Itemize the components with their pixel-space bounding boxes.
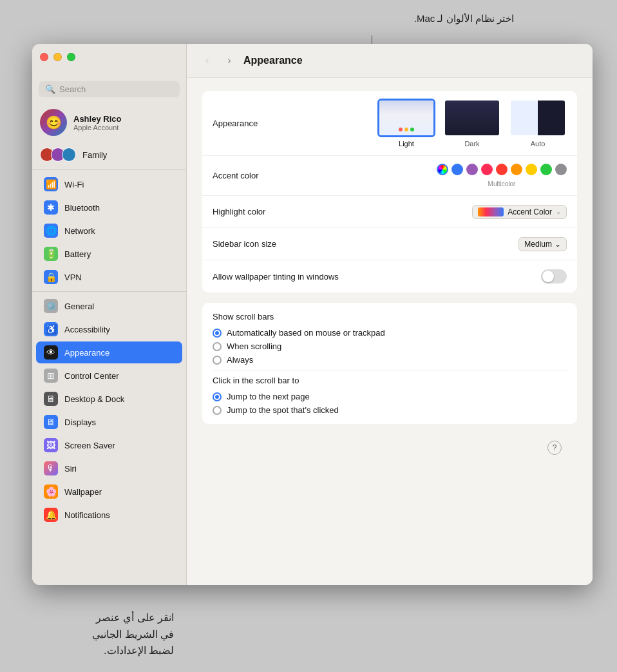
scroll-always-label: Always xyxy=(227,355,253,365)
appearance-auto-thumb xyxy=(509,99,567,137)
sidebar-item-label: Displays xyxy=(64,418,96,427)
click-spot-row[interactable]: Jump to the spot that's clicked xyxy=(213,405,567,415)
search-placeholder: Search xyxy=(59,84,86,94)
sidebar-item-label: VPN xyxy=(64,273,82,282)
user-profile[interactable]: 😊 Ashley Rico Apple Account xyxy=(32,104,186,141)
appearance-section: Appearance xyxy=(202,91,577,293)
sidebar-item-battery[interactable]: 🔋 Battery xyxy=(36,243,182,265)
radio-dot xyxy=(215,331,219,335)
sidebar-item-control-center[interactable]: ⊞ Control Center xyxy=(36,365,182,387)
sidebar-item-label: Accessibility xyxy=(64,325,110,334)
wallpaper-icon: 🌸 xyxy=(44,485,58,499)
close-button[interactable] xyxy=(40,53,48,61)
swatches-row xyxy=(437,164,567,175)
minimize-button[interactable] xyxy=(53,53,62,61)
swatch-orange[interactable] xyxy=(511,164,522,175)
highlight-dropdown[interactable]: Accent Color ⌄ xyxy=(472,205,567,219)
scroll-auto-radio[interactable] xyxy=(213,329,222,338)
dark-preview xyxy=(445,101,499,135)
sidebar-item-notifications[interactable]: 🔔 Notifications xyxy=(36,504,182,526)
sidebar-item-siri[interactable]: 🎙 Siri xyxy=(36,457,182,479)
sidebar-item-label: General xyxy=(64,302,94,311)
siri-icon: 🎙 xyxy=(44,461,58,475)
sidebar-item-label: Control Center xyxy=(64,371,119,381)
accent-color-row: Accent color xyxy=(202,156,577,196)
sidebar-item-appearance[interactable]: 👁 Appearance xyxy=(36,341,182,363)
sidebar-item-label: Siri xyxy=(64,464,77,474)
appearance-light-option[interactable]: Light xyxy=(377,99,435,148)
back-button[interactable]: ‹ xyxy=(200,53,215,68)
appearance-icon: 👁 xyxy=(44,345,58,360)
toggle-knob xyxy=(542,271,554,282)
main-content: ‹ › Appearance Appearance xyxy=(187,44,593,585)
swatch-blue[interactable] xyxy=(451,164,463,175)
scroll-bars-section: Show scroll bars Automatically based on … xyxy=(202,303,577,424)
radio-dot xyxy=(215,395,219,399)
wallpaper-tinting-toggle[interactable] xyxy=(541,269,567,283)
search-bar[interactable]: 🔍 Search xyxy=(39,81,180,97)
displays-icon: 🖥 xyxy=(44,415,58,429)
notifications-icon: 🔔 xyxy=(44,508,58,522)
appearance-auto-option[interactable]: Auto xyxy=(509,99,567,148)
sidebar-item-label: Desktop & Dock xyxy=(64,394,124,404)
scroll-always-radio[interactable] xyxy=(213,356,222,365)
appearance-label: Appearance xyxy=(213,119,377,128)
swatch-yellow[interactable] xyxy=(526,164,537,175)
auto-preview xyxy=(511,101,565,135)
sidebar-item-label: Notifications xyxy=(64,510,110,520)
forward-button[interactable]: › xyxy=(222,53,237,68)
accent-color-value: Multicolor xyxy=(488,180,516,187)
sidebar-item-family[interactable]: Family xyxy=(32,144,186,166)
sidebar-item-label: Battery xyxy=(64,249,91,259)
sidebar-item-label: Bluetooth xyxy=(64,203,100,213)
scroll-bars-options: Automatically based on mouse or trackpad… xyxy=(213,328,567,365)
swatch-pink[interactable] xyxy=(481,164,493,175)
click-scroll-options: Jump to the next page Jump to the spot t… xyxy=(213,392,567,415)
sidebar-item-displays[interactable]: 🖥 Displays xyxy=(36,411,182,433)
network-icon: 🌐 xyxy=(44,224,58,238)
click-next-page-radio[interactable] xyxy=(213,392,222,401)
callout-bottom: انقر على أي عنصرفي الشريط الجانبيلضبط ال… xyxy=(6,610,174,659)
sidebar-item-label: Wallpaper xyxy=(64,487,102,497)
content-area: Appearance xyxy=(187,78,593,585)
swatch-multicolor[interactable] xyxy=(437,164,448,175)
sidebar-item-accessibility[interactable]: ♿ Accessibility xyxy=(36,318,182,340)
scroll-scrolling-radio[interactable] xyxy=(213,342,222,351)
sidebar-item-label: Screen Saver xyxy=(64,441,115,450)
scroll-always-row[interactable]: Always xyxy=(213,355,567,365)
sidebar-size-dropdown[interactable]: Medium ⌄ xyxy=(518,237,567,251)
sidebar-item-network[interactable]: 🌐 Network xyxy=(36,220,182,242)
battery-icon: 🔋 xyxy=(44,247,58,261)
scroll-scrolling-row[interactable]: When scrolling xyxy=(213,341,567,351)
appearance-dark-option[interactable]: Dark xyxy=(443,99,501,148)
scroll-auto-row[interactable]: Automatically based on mouse or trackpad xyxy=(213,328,567,338)
swatch-gray[interactable] xyxy=(555,164,567,175)
sidebar-item-wifi[interactable]: 📶 Wi-Fi xyxy=(36,173,182,195)
sidebar-item-vpn[interactable]: 🔒 VPN xyxy=(36,266,182,288)
sidebar-icon-size-label: Sidebar icon size xyxy=(213,239,518,249)
family-avatars xyxy=(40,148,76,162)
click-next-page-row[interactable]: Jump to the next page xyxy=(213,392,567,401)
scroll-divider xyxy=(213,370,567,370)
swatch-red[interactable] xyxy=(496,164,508,175)
sidebar-item-general[interactable]: ⚙️ General xyxy=(36,295,182,317)
sidebar-item-label: Appearance xyxy=(64,348,109,358)
sidebar-item-bluetooth[interactable]: ✱ Bluetooth xyxy=(36,197,182,218)
dot-green xyxy=(410,128,414,131)
dot-yellow xyxy=(404,128,408,131)
sidebar-item-desktop-dock[interactable]: 🖥 Desktop & Dock xyxy=(36,388,182,410)
avatar: 😊 xyxy=(40,109,67,136)
sidebar-divider-2 xyxy=(32,291,186,292)
help-button[interactable]: ? xyxy=(547,441,562,455)
scroll-auto-label: Automatically based on mouse or trackpad xyxy=(227,328,385,338)
help-area: ? xyxy=(202,434,577,461)
swatch-green[interactable] xyxy=(540,164,552,175)
click-spot-radio[interactable] xyxy=(213,406,222,415)
maximize-button[interactable] xyxy=(67,53,75,61)
swatch-purple[interactable] xyxy=(466,164,478,175)
highlight-preview xyxy=(478,207,504,216)
sidebar-item-screen-saver[interactable]: 🖼 Screen Saver xyxy=(36,434,182,456)
sidebar-item-wallpaper[interactable]: 🌸 Wallpaper xyxy=(36,481,182,503)
wallpaper-tinting-label: Allow wallpaper tinting in windows xyxy=(213,272,541,282)
family-avatar-3 xyxy=(62,148,76,162)
